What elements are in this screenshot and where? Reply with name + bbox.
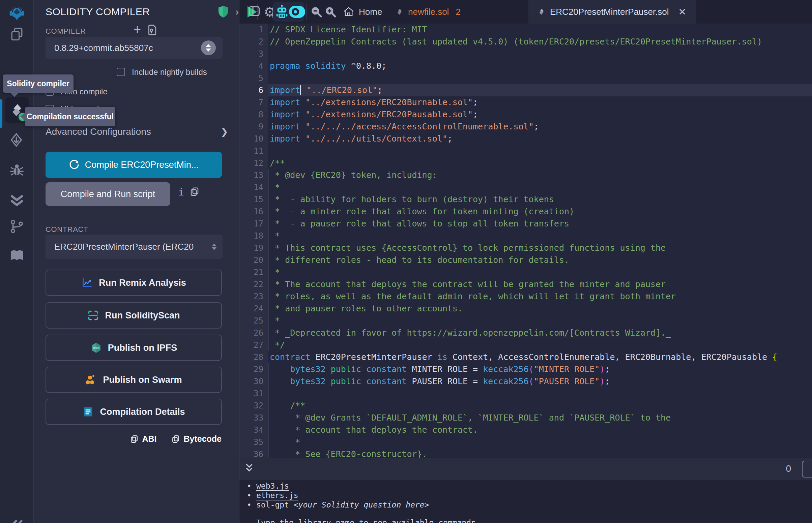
- debugger-icon[interactable]: [0, 157, 34, 184]
- expand-terminal-icon[interactable]: [244, 463, 254, 476]
- line-number[interactable]: 16: [240, 205, 268, 218]
- code-line[interactable]: /**: [270, 157, 812, 169]
- code-line[interactable]: import "../../../access/AccessControlEnu…: [270, 121, 812, 133]
- line-number[interactable]: 1: [240, 23, 268, 36]
- compilation-details-button[interactable]: Compilation Details: [46, 399, 222, 425]
- code-line[interactable]: contract ERC20PresetMinterPauser is Cont…: [270, 351, 812, 363]
- line-number[interactable]: 11: [240, 145, 268, 157]
- publish-on-swarm-button[interactable]: Publish on Swarm: [46, 367, 222, 393]
- line-number[interactable]: 7: [240, 96, 268, 109]
- line-number[interactable]: 17: [240, 218, 268, 230]
- collapse-sidebar-icon[interactable]: [0, 510, 34, 523]
- code-line[interactable]: /**: [270, 400, 812, 412]
- code-line[interactable]: [270, 72, 812, 84]
- code-line[interactable]: [270, 387, 812, 400]
- file-explorer-icon[interactable]: [0, 21, 34, 48]
- panel-columns-icon[interactable]: [248, 5, 260, 18]
- line-number[interactable]: 35: [240, 436, 268, 448]
- code-line[interactable]: import "../ERC20.sol";: [270, 84, 812, 96]
- run-remix-analysis-button[interactable]: Run Remix Analysis: [46, 270, 222, 296]
- tab-erc20presetminterpauser[interactable]: ERC20PresetMinterPauser.sol ✕: [528, 0, 696, 23]
- code-line[interactable]: * @dev {ERC20} token, including:: [270, 169, 812, 181]
- code-line[interactable]: import "../extensions/ERC20Burnable.sol"…: [270, 96, 812, 109]
- line-number[interactable]: 18: [240, 230, 268, 242]
- code-line[interactable]: bytes32 public constant MINTER_ROLE = ke…: [270, 363, 812, 375]
- tab-home[interactable]: Home: [337, 0, 389, 23]
- code-line[interactable]: * different roles - head to its document…: [270, 254, 812, 266]
- code-line[interactable]: * account that deploys the contract.: [270, 424, 812, 436]
- publish-on-ipfs-button[interactable]: IPFSPublish on IPFS: [46, 335, 222, 361]
- ai-copilot-toggle[interactable]: [289, 0, 305, 23]
- line-number[interactable]: 30: [240, 375, 268, 387]
- code-editor[interactable]: 1234567891011121314151617181920212223242…: [240, 23, 812, 458]
- line-number[interactable]: 28: [240, 351, 268, 363]
- line-number[interactable]: 15: [240, 194, 268, 205]
- line-number[interactable]: 24: [240, 303, 268, 315]
- line-number[interactable]: 27: [240, 339, 268, 351]
- zoom-in-icon[interactable]: [323, 0, 338, 23]
- line-number[interactable]: 21: [240, 266, 268, 278]
- line-number[interactable]: 9: [240, 121, 268, 133]
- compile-and-run-button[interactable]: Compile and Run script: [46, 182, 170, 206]
- line-number[interactable]: 14: [240, 181, 268, 194]
- line-number[interactable]: 26: [240, 327, 268, 339]
- code-line[interactable]: * roles, as well as the default admin ro…: [270, 290, 812, 303]
- line-number[interactable]: 25: [240, 315, 268, 327]
- line-number[interactable]: 23: [240, 290, 268, 303]
- code-line[interactable]: bytes32 public constant PAUSER_ROLE = ke…: [270, 375, 812, 387]
- line-number[interactable]: 34: [240, 424, 268, 436]
- code-line[interactable]: // OpenZeppelin Contracts (last updated …: [270, 36, 812, 48]
- contract-select[interactable]: ERC20PresetMinterPauser (ERC20: [46, 235, 223, 259]
- line-number[interactable]: 5: [240, 72, 268, 84]
- copy-icon[interactable]: [190, 187, 200, 198]
- terminal-corner-button[interactable]: [802, 461, 812, 477]
- code-line[interactable]: *: [270, 266, 812, 278]
- line-number[interactable]: 6: [240, 84, 268, 96]
- code-line[interactable]: *: [270, 315, 812, 327]
- line-number[interactable]: 22: [240, 278, 268, 290]
- compile-button[interactable]: Compile ERC20PresetMin...: [46, 152, 222, 178]
- code-line[interactable]: * _Deprecated in favor of https://wizard…: [270, 327, 812, 339]
- line-number[interactable]: 20: [240, 254, 268, 266]
- line-number[interactable]: 33: [240, 412, 268, 424]
- code-line[interactable]: * The account that deploys the contract …: [270, 278, 812, 290]
- close-icon[interactable]: ✕: [678, 6, 686, 18]
- line-number[interactable]: 4: [240, 60, 268, 72]
- shield-icon[interactable]: [217, 5, 229, 20]
- code-line[interactable]: * This contract uses {AccessControl} to …: [270, 242, 812, 254]
- line-number[interactable]: 31: [240, 387, 268, 400]
- code-line[interactable]: * and pauser roles to other accounts.: [270, 303, 812, 315]
- deploy-and-run-icon[interactable]: [0, 127, 34, 154]
- line-number[interactable]: 8: [240, 109, 268, 121]
- code-line[interactable]: [270, 145, 812, 157]
- code-line[interactable]: * - ability for holders to burn (destroy…: [270, 194, 812, 205]
- chevron-right-icon[interactable]: ›: [235, 6, 239, 18]
- terminal-library-link[interactable]: ethers.js: [256, 491, 298, 500]
- add-compiler-icon[interactable]: +: [134, 22, 141, 37]
- line-number[interactable]: 19: [240, 242, 268, 254]
- line-number[interactable]: 2: [240, 36, 268, 48]
- promote-file-icon[interactable]: [147, 24, 157, 37]
- tab-newfile[interactable]: newfile.sol 2: [388, 0, 469, 23]
- advanced-configurations-toggle[interactable]: Advanced Configurations ❯: [46, 126, 234, 137]
- code-line[interactable]: * @dev Grants `DEFAULT_ADMIN_ROLE`, `MIN…: [270, 412, 812, 424]
- include-nightly-checkbox[interactable]: [117, 68, 125, 76]
- line-number[interactable]: 13: [240, 169, 268, 181]
- git-icon[interactable]: [0, 213, 34, 240]
- code-line[interactable]: // SPDX-License-Identifier: MIT: [270, 23, 812, 36]
- code-line[interactable]: import "../extensions/ERC20Pausable.sol"…: [270, 109, 812, 121]
- code-line[interactable]: [270, 48, 812, 60]
- documentation-icon[interactable]: [0, 242, 34, 269]
- code-line[interactable]: *: [270, 181, 812, 194]
- line-number[interactable]: 12: [240, 157, 268, 169]
- static-analysis-icon[interactable]: [0, 186, 34, 213]
- code-line[interactable]: */: [270, 339, 812, 351]
- code-line[interactable]: * - a pauser role that allows to stop al…: [270, 218, 812, 230]
- zoom-out-icon[interactable]: [309, 0, 324, 23]
- code-line[interactable]: *: [270, 230, 812, 242]
- run-solidityscan-button[interactable]: Run SolidityScan: [46, 302, 222, 328]
- code-line[interactable]: *: [270, 436, 812, 448]
- copy-bytecode-button[interactable]: Bytecode: [171, 434, 222, 444]
- copy-abi-button[interactable]: ABI: [130, 434, 157, 444]
- code-line[interactable]: import "../../../utils/Context.sol";: [270, 133, 812, 145]
